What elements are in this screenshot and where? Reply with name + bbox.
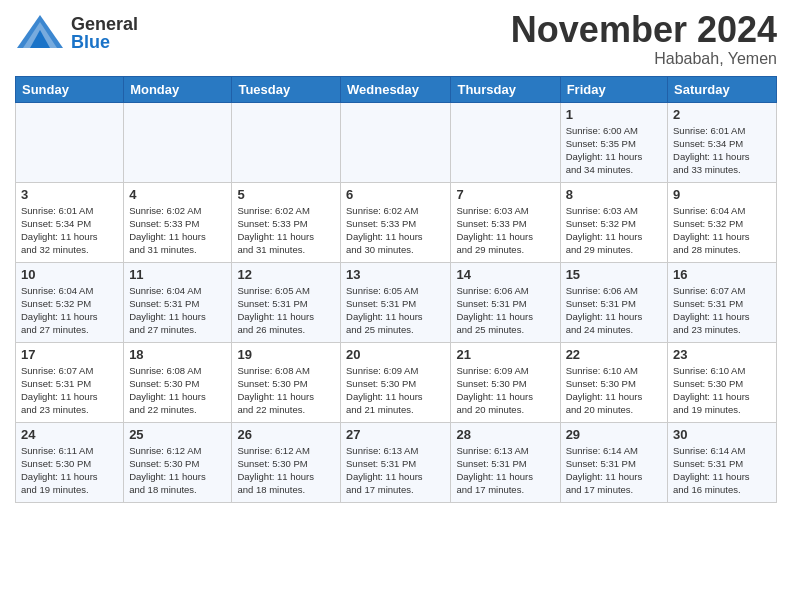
day-number: 4 [129, 187, 226, 202]
day-info: Sunrise: 6:09 AM Sunset: 5:30 PM Dayligh… [456, 364, 554, 417]
calendar-cell: 4Sunrise: 6:02 AM Sunset: 5:33 PM Daylig… [124, 182, 232, 262]
calendar-cell: 30Sunrise: 6:14 AM Sunset: 5:31 PM Dayli… [668, 422, 777, 502]
day-number: 7 [456, 187, 554, 202]
day-number: 13 [346, 267, 445, 282]
day-info: Sunrise: 6:01 AM Sunset: 5:34 PM Dayligh… [21, 204, 118, 257]
calendar-week-row: 17Sunrise: 6:07 AM Sunset: 5:31 PM Dayli… [16, 342, 777, 422]
day-number: 18 [129, 347, 226, 362]
day-info: Sunrise: 6:03 AM Sunset: 5:33 PM Dayligh… [456, 204, 554, 257]
day-info: Sunrise: 6:12 AM Sunset: 5:30 PM Dayligh… [237, 444, 335, 497]
day-number: 27 [346, 427, 445, 442]
day-info: Sunrise: 6:13 AM Sunset: 5:31 PM Dayligh… [346, 444, 445, 497]
calendar-cell: 6Sunrise: 6:02 AM Sunset: 5:33 PM Daylig… [341, 182, 451, 262]
day-number: 30 [673, 427, 771, 442]
calendar-week-row: 10Sunrise: 6:04 AM Sunset: 5:32 PM Dayli… [16, 262, 777, 342]
calendar-cell: 14Sunrise: 6:06 AM Sunset: 5:31 PM Dayli… [451, 262, 560, 342]
day-info: Sunrise: 6:03 AM Sunset: 5:32 PM Dayligh… [566, 204, 662, 257]
day-number: 17 [21, 347, 118, 362]
logo-blue-text: Blue [71, 33, 138, 51]
day-info: Sunrise: 6:06 AM Sunset: 5:31 PM Dayligh… [456, 284, 554, 337]
day-number: 16 [673, 267, 771, 282]
calendar-cell: 23Sunrise: 6:10 AM Sunset: 5:30 PM Dayli… [668, 342, 777, 422]
calendar-cell [232, 102, 341, 182]
day-number: 23 [673, 347, 771, 362]
day-info: Sunrise: 6:10 AM Sunset: 5:30 PM Dayligh… [566, 364, 662, 417]
day-info: Sunrise: 6:07 AM Sunset: 5:31 PM Dayligh… [21, 364, 118, 417]
day-info: Sunrise: 6:02 AM Sunset: 5:33 PM Dayligh… [237, 204, 335, 257]
day-number: 3 [21, 187, 118, 202]
calendar-cell: 1Sunrise: 6:00 AM Sunset: 5:35 PM Daylig… [560, 102, 667, 182]
calendar-cell: 20Sunrise: 6:09 AM Sunset: 5:30 PM Dayli… [341, 342, 451, 422]
calendar-cell [341, 102, 451, 182]
day-info: Sunrise: 6:02 AM Sunset: 5:33 PM Dayligh… [346, 204, 445, 257]
day-number: 14 [456, 267, 554, 282]
calendar-cell: 3Sunrise: 6:01 AM Sunset: 5:34 PM Daylig… [16, 182, 124, 262]
day-info: Sunrise: 6:08 AM Sunset: 5:30 PM Dayligh… [237, 364, 335, 417]
calendar-cell: 17Sunrise: 6:07 AM Sunset: 5:31 PM Dayli… [16, 342, 124, 422]
day-info: Sunrise: 6:00 AM Sunset: 5:35 PM Dayligh… [566, 124, 662, 177]
day-number: 12 [237, 267, 335, 282]
day-info: Sunrise: 6:08 AM Sunset: 5:30 PM Dayligh… [129, 364, 226, 417]
logo-general-text: General [71, 15, 138, 33]
day-number: 19 [237, 347, 335, 362]
day-number: 15 [566, 267, 662, 282]
logo: General Blue [15, 10, 138, 55]
calendar-cell: 19Sunrise: 6:08 AM Sunset: 5:30 PM Dayli… [232, 342, 341, 422]
calendar-cell: 11Sunrise: 6:04 AM Sunset: 5:31 PM Dayli… [124, 262, 232, 342]
logo-icon [15, 10, 65, 55]
calendar-cell: 8Sunrise: 6:03 AM Sunset: 5:32 PM Daylig… [560, 182, 667, 262]
calendar-cell: 7Sunrise: 6:03 AM Sunset: 5:33 PM Daylig… [451, 182, 560, 262]
calendar-cell: 28Sunrise: 6:13 AM Sunset: 5:31 PM Dayli… [451, 422, 560, 502]
calendar-cell [451, 102, 560, 182]
day-info: Sunrise: 6:14 AM Sunset: 5:31 PM Dayligh… [673, 444, 771, 497]
location: Hababah, Yemen [511, 50, 777, 68]
day-number: 8 [566, 187, 662, 202]
day-number: 6 [346, 187, 445, 202]
day-info: Sunrise: 6:04 AM Sunset: 5:32 PM Dayligh… [673, 204, 771, 257]
col-sunday: Sunday [16, 76, 124, 102]
day-info: Sunrise: 6:09 AM Sunset: 5:30 PM Dayligh… [346, 364, 445, 417]
day-number: 28 [456, 427, 554, 442]
day-number: 2 [673, 107, 771, 122]
day-info: Sunrise: 6:04 AM Sunset: 5:32 PM Dayligh… [21, 284, 118, 337]
calendar-week-row: 24Sunrise: 6:11 AM Sunset: 5:30 PM Dayli… [16, 422, 777, 502]
title-block: November 2024 Hababah, Yemen [511, 10, 777, 68]
calendar-cell: 24Sunrise: 6:11 AM Sunset: 5:30 PM Dayli… [16, 422, 124, 502]
day-info: Sunrise: 6:02 AM Sunset: 5:33 PM Dayligh… [129, 204, 226, 257]
day-number: 26 [237, 427, 335, 442]
calendar-cell: 25Sunrise: 6:12 AM Sunset: 5:30 PM Dayli… [124, 422, 232, 502]
calendar-cell [16, 102, 124, 182]
calendar-week-row: 3Sunrise: 6:01 AM Sunset: 5:34 PM Daylig… [16, 182, 777, 262]
col-friday: Friday [560, 76, 667, 102]
month-title: November 2024 [511, 10, 777, 50]
day-number: 20 [346, 347, 445, 362]
day-info: Sunrise: 6:14 AM Sunset: 5:31 PM Dayligh… [566, 444, 662, 497]
calendar-cell: 27Sunrise: 6:13 AM Sunset: 5:31 PM Dayli… [341, 422, 451, 502]
day-info: Sunrise: 6:05 AM Sunset: 5:31 PM Dayligh… [237, 284, 335, 337]
col-saturday: Saturday [668, 76, 777, 102]
col-wednesday: Wednesday [341, 76, 451, 102]
day-info: Sunrise: 6:06 AM Sunset: 5:31 PM Dayligh… [566, 284, 662, 337]
calendar-cell: 26Sunrise: 6:12 AM Sunset: 5:30 PM Dayli… [232, 422, 341, 502]
day-number: 1 [566, 107, 662, 122]
calendar-cell: 13Sunrise: 6:05 AM Sunset: 5:31 PM Dayli… [341, 262, 451, 342]
day-info: Sunrise: 6:12 AM Sunset: 5:30 PM Dayligh… [129, 444, 226, 497]
day-number: 11 [129, 267, 226, 282]
col-monday: Monday [124, 76, 232, 102]
calendar-cell: 29Sunrise: 6:14 AM Sunset: 5:31 PM Dayli… [560, 422, 667, 502]
logo-text: General Blue [71, 15, 138, 51]
day-info: Sunrise: 6:07 AM Sunset: 5:31 PM Dayligh… [673, 284, 771, 337]
day-number: 10 [21, 267, 118, 282]
col-thursday: Thursday [451, 76, 560, 102]
calendar-cell: 21Sunrise: 6:09 AM Sunset: 5:30 PM Dayli… [451, 342, 560, 422]
day-number: 22 [566, 347, 662, 362]
day-number: 25 [129, 427, 226, 442]
day-info: Sunrise: 6:11 AM Sunset: 5:30 PM Dayligh… [21, 444, 118, 497]
page: General Blue November 2024 Hababah, Yeme… [0, 0, 792, 513]
day-info: Sunrise: 6:13 AM Sunset: 5:31 PM Dayligh… [456, 444, 554, 497]
calendar-cell: 12Sunrise: 6:05 AM Sunset: 5:31 PM Dayli… [232, 262, 341, 342]
calendar-week-row: 1Sunrise: 6:00 AM Sunset: 5:35 PM Daylig… [16, 102, 777, 182]
day-info: Sunrise: 6:05 AM Sunset: 5:31 PM Dayligh… [346, 284, 445, 337]
day-info: Sunrise: 6:01 AM Sunset: 5:34 PM Dayligh… [673, 124, 771, 177]
day-number: 29 [566, 427, 662, 442]
